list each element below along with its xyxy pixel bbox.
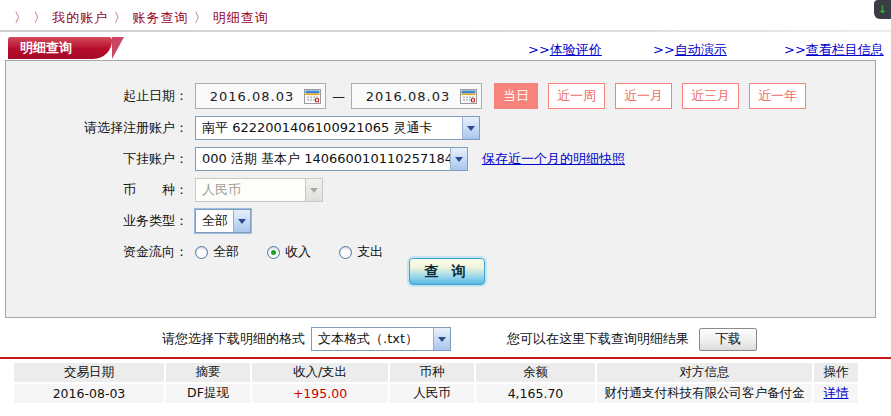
header-trade-date: 交易日期: [14, 363, 164, 382]
header-income-expense: 收入/支出: [252, 363, 388, 382]
sub-account-value: 000 活期 基本户 1406600101102571848: [196, 150, 450, 168]
date-from-input[interactable]: 2016.08.03: [195, 83, 326, 109]
link-label: 自动演示: [675, 42, 727, 57]
date-range-dash: —: [332, 89, 345, 104]
cell-balance: 4,165.70: [476, 384, 595, 403]
link-auto-demo[interactable]: >>自动演示: [653, 41, 727, 59]
cell-summary: DF提现: [166, 384, 250, 403]
page: 〉 〉 我的账户 〉 账务查询 〉 明细查询 ↓ 明细查询 >>体验评价 >>自…: [0, 0, 891, 416]
tab-label: 明细查询: [20, 40, 72, 55]
currency-value: 人民币: [196, 181, 305, 199]
row-business-type: 业务类型： 全部: [6, 209, 875, 233]
currency-label: 币 种：: [6, 181, 188, 199]
chevron-down-icon: [305, 179, 322, 201]
chevron-down-icon[interactable]: [450, 148, 467, 170]
cell-trade-date: 2016-08-03: [14, 384, 164, 403]
header-balance: 余额: [476, 363, 595, 382]
table-header-row: 交易日期 摘要 收入/支出 币种 余额 对方信息 操作: [14, 363, 858, 382]
registered-account-select[interactable]: 南平 6222001406100921065 灵通卡: [195, 116, 480, 140]
header-counterparty: 对方信息: [597, 363, 812, 382]
table-row: 2016-08-03 DF提现 +195.00 人民币 4,165.70 财付通…: [14, 384, 858, 403]
date-from-value: 2016.08.03: [200, 89, 304, 104]
row-date-range: 起止日期： 2016.08.03 — 2016.08.03: [6, 83, 875, 109]
download-button[interactable]: 下载: [699, 328, 757, 351]
download-format-select[interactable]: 文本格式（.txt）: [311, 327, 451, 351]
row-currency: 币 种： 人民币: [6, 178, 875, 202]
date-range-label: 起止日期：: [6, 87, 188, 105]
row-registered-account: 请选择注册账户： 南平 6222001406100921065 灵通卡: [6, 116, 875, 140]
chevron-down-icon[interactable]: [433, 328, 450, 350]
business-type-select[interactable]: 全部: [195, 209, 251, 233]
quick-range-month-button[interactable]: 近一月: [615, 83, 672, 109]
chevron-down-icon[interactable]: [233, 210, 250, 232]
link-prefix: >>: [528, 42, 550, 57]
query-form-panel: 起止日期： 2016.08.03 — 2016.08.03: [5, 60, 876, 318]
currency-select: 人民币: [195, 178, 323, 202]
quick-range-3months-button[interactable]: 近三月: [682, 83, 739, 109]
header-action: 操作: [814, 363, 858, 382]
flow-radio-income-label: 收入: [285, 243, 311, 261]
results-table: 交易日期 摘要 收入/支出 币种 余额 对方信息 操作 2016-08-03 D…: [12, 361, 860, 405]
header-summary: 摘要: [166, 363, 250, 382]
sub-account-label: 下挂账户：: [6, 150, 188, 168]
table-top-divider: [0, 357, 891, 359]
quick-range-week-button[interactable]: 近一周: [548, 83, 605, 109]
registered-account-label: 请选择注册账户：: [6, 119, 188, 137]
date-to-value: 2016.08.03: [356, 89, 460, 104]
top-divider: [0, 30, 891, 32]
flow-radio-expense[interactable]: 支出: [339, 243, 383, 261]
cell-action: 详情: [814, 384, 858, 403]
scroll-down-widget[interactable]: ↓: [874, 0, 891, 19]
download-hint: 您可以在这里下载查询明细结果: [507, 330, 689, 348]
radio-icon: [195, 246, 208, 259]
quick-range-today-button[interactable]: 当日: [494, 83, 538, 109]
cell-currency: 人民币: [390, 384, 474, 403]
detail-link[interactable]: 详情: [824, 385, 849, 400]
chevron-down-icon[interactable]: [462, 117, 479, 139]
flow-radio-income[interactable]: 收入: [267, 243, 311, 261]
header-currency: 币种: [390, 363, 474, 382]
link-prefix: >>: [653, 42, 675, 57]
fund-flow-label: 资金流向：: [6, 243, 188, 261]
cell-counterparty: 财付通支付科技有限公司客户备付金: [597, 384, 812, 403]
calendar-icon[interactable]: [304, 89, 321, 104]
download-format-value: 文本格式（.txt）: [312, 330, 433, 348]
radio-checked-icon: [267, 246, 280, 259]
flow-radio-expense-label: 支出: [357, 243, 383, 261]
link-label: 体验评价: [550, 42, 602, 57]
calendar-icon[interactable]: [460, 89, 477, 104]
download-row: 请您选择下载明细的格式 文本格式（.txt） 您可以在这里下载查询明细结果 下载: [0, 326, 891, 352]
green-down-arrow-icon: ↓: [878, 4, 887, 15]
link-experience-rating[interactable]: >>体验评价: [528, 41, 602, 59]
date-to-input[interactable]: 2016.08.03: [351, 83, 482, 109]
business-type-value: 全部: [196, 212, 233, 230]
flow-radio-all-label: 全部: [213, 243, 239, 261]
business-type-label: 业务类型：: [6, 212, 188, 230]
quick-range-year-button[interactable]: 近一年: [749, 83, 806, 109]
save-snapshot-link[interactable]: 保存近一个月的明细快照: [482, 150, 625, 168]
link-view-column-info[interactable]: >>查看栏目信息: [784, 41, 884, 59]
sub-account-select[interactable]: 000 活期 基本户 1406600101102571848: [195, 147, 468, 171]
tab-detail-query[interactable]: 明细查询: [8, 37, 112, 59]
download-format-label: 请您选择下载明细的格式: [162, 330, 305, 348]
row-sub-account: 下挂账户： 000 活期 基本户 1406600101102571848 保存近…: [6, 147, 875, 171]
breadcrumb[interactable]: 〉 〉 我的账户 〉 账务查询 〉 明细查询: [14, 9, 269, 27]
link-prefix: >>: [784, 42, 806, 57]
query-button[interactable]: 查 询: [409, 258, 485, 285]
cell-amount: +195.00: [252, 384, 388, 403]
radio-icon: [339, 246, 352, 259]
registered-account-value: 南平 6222001406100921065 灵通卡: [196, 119, 462, 137]
link-label: 查看栏目信息: [806, 42, 884, 57]
flow-radio-all[interactable]: 全部: [195, 243, 239, 261]
